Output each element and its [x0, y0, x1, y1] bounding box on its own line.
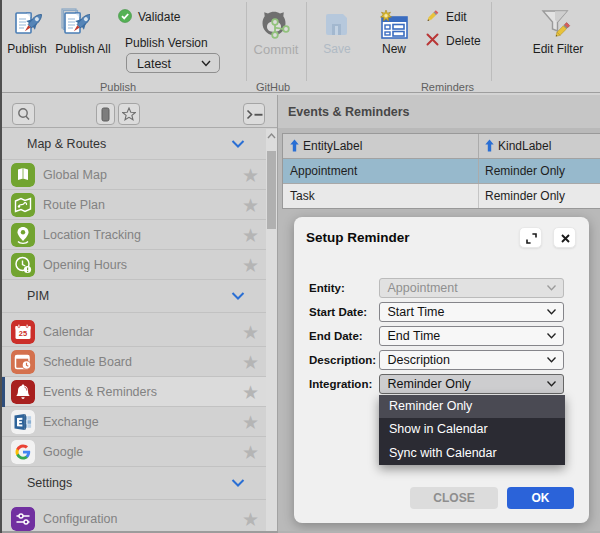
svg-text:25: 25: [19, 329, 27, 338]
